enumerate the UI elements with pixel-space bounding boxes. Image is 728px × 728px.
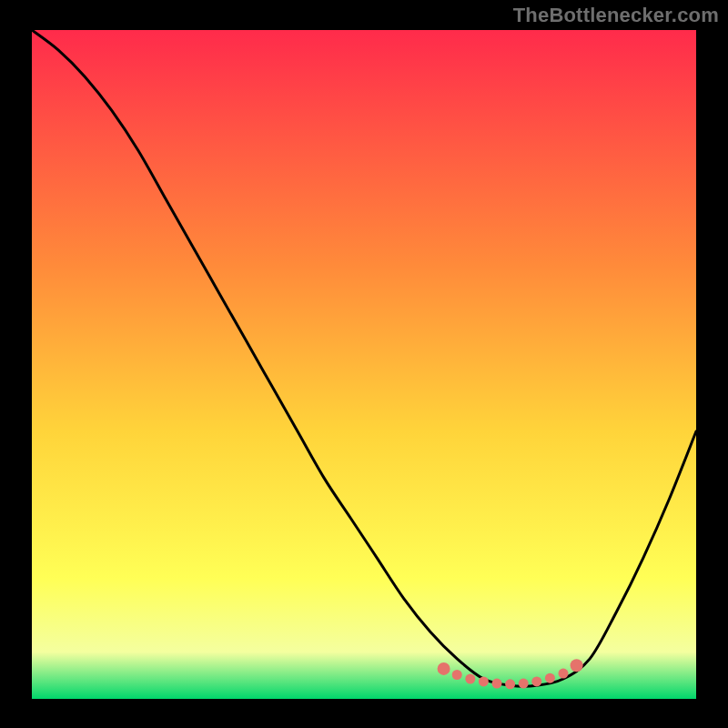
attribution-text: TheBottlenecker.com [513,4,719,27]
sweet-spot-dot [545,673,555,683]
sweet-spot-dot [465,674,475,684]
chart-svg [32,30,696,699]
sweet-spot-dot [438,662,450,675]
sweet-spot-dot [559,669,569,679]
sweet-spot-dot [571,659,583,672]
gradient-background [32,30,696,699]
chart-frame: TheBottlenecker.com [0,0,728,728]
plot-area [32,30,696,699]
sweet-spot-dot [505,679,515,689]
sweet-spot-dot [452,670,462,680]
sweet-spot-dot [479,676,489,686]
sweet-spot-dot [492,679,502,689]
sweet-spot-dot [531,676,541,686]
sweet-spot-dot [519,679,529,689]
